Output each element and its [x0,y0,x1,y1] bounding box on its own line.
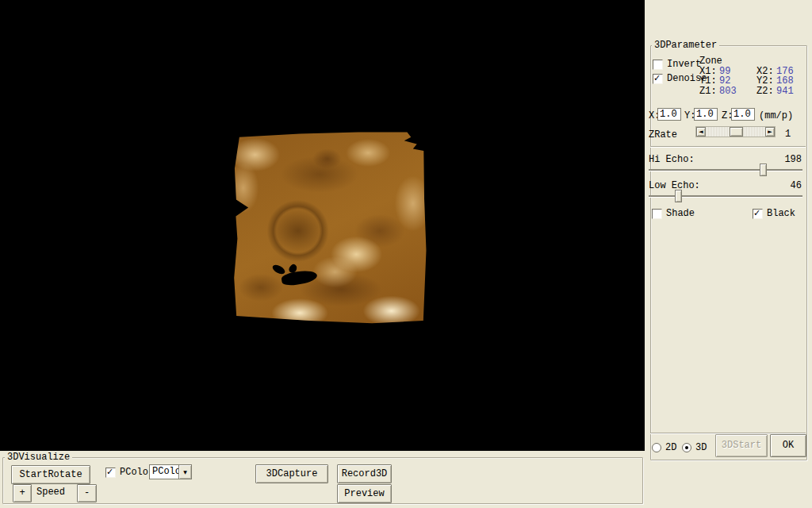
radio-2d[interactable] [652,443,661,452]
black-label: Black [767,208,795,219]
speed-minus-button[interactable]: - [77,484,97,502]
3dvisualize-group-title: 3DVisualize [5,452,72,463]
zrate-value: 1 [785,129,791,140]
low-echo-slider-thumb[interactable] [675,190,682,202]
zone-z1-label: Z1: [699,86,717,97]
record3d-button[interactable]: Record3D [337,464,392,483]
render-black-hole-tail [271,264,286,276]
speed-plus-button[interactable]: + [13,484,32,502]
scroll-left-icon[interactable]: ◄ [696,127,706,137]
preview-button[interactable]: Preview [337,484,392,503]
radio-3d[interactable] [682,443,691,452]
shade-label: Shade [666,208,695,219]
low-echo-value: 46 [770,180,802,191]
radio-2d-label: 2D [665,442,676,453]
3dstart-button[interactable]: 3DStart [715,434,768,457]
zrate-label: ZRate [649,129,677,140]
pcolor-dropdown[interactable]: PColor ▼ [149,464,192,479]
zone-z2-label: Z2: [756,86,774,97]
y-scale-input[interactable] [694,108,718,121]
zrate-scrollbar[interactable]: ◄ ► [695,126,776,137]
speed-label: Speed [36,487,65,498]
render-black-hole [281,269,318,287]
shade-checkbox[interactable] [652,209,662,219]
3dcapture-button[interactable]: 3DCapture [255,464,328,483]
3d-render-surface[interactable] [232,129,427,325]
hi-echo-slider-track[interactable] [649,169,802,171]
invert-checkbox[interactable] [653,60,663,70]
z-scale-input[interactable] [731,108,755,121]
x-scale-input[interactable] [657,108,681,121]
radio-3d-label: 3D [695,442,707,453]
separator [650,146,806,147]
denoise-checkbox[interactable]: ✓ [653,74,663,84]
invert-label: Invert [667,59,701,70]
3d-viewport[interactable] [0,0,645,451]
hi-echo-value: 198 [770,154,802,165]
black-checkbox[interactable]: ✓ [753,209,763,219]
parameter-panel: 3DParameter Invert ✓ Denoise Zone X1: 99… [645,0,812,508]
dropdown-arrow-icon[interactable]: ▼ [178,465,191,479]
visualize-panel: 3DVisualize StartRotate + Speed - ✓ PCol… [0,451,645,508]
zrate-scrollbar-thumb[interactable] [730,127,743,137]
separator [650,433,806,433]
check-icon: ✓ [653,73,661,83]
3dparameter-group-title: 3DParameter [652,40,719,51]
check-icon: ✓ [106,467,113,477]
low-echo-slider-track[interactable] [649,195,802,197]
check-icon: ✓ [753,208,760,218]
ok-button[interactable]: OK [770,434,806,457]
pcolor-checkbox[interactable]: ✓ [105,468,116,478]
start-rotate-button[interactable]: StartRotate [11,465,90,484]
hi-echo-slider-thumb[interactable] [760,164,767,176]
scale-unit-label: (mm/p) [759,110,793,121]
hi-echo-label: Hi Echo: [649,154,695,165]
zone-z2-value: 941 [776,86,794,97]
zone-z1-value: 803 [719,86,737,97]
scroll-right-icon[interactable]: ► [765,127,775,137]
